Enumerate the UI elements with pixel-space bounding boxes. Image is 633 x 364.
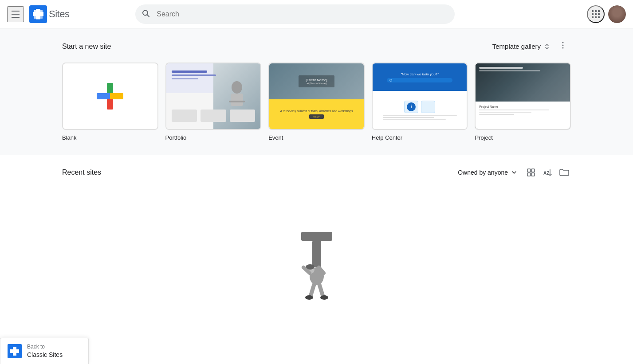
start-section-header: Start a new site Template gallery bbox=[62, 39, 571, 54]
template-card-project[interactable]: Project Name Project bbox=[475, 63, 571, 141]
svg-line-5 bbox=[147, 15, 149, 17]
empty-state bbox=[62, 190, 571, 341]
svg-rect-2 bbox=[38, 10, 43, 13]
classic-sites-icon-shape bbox=[10, 347, 19, 351]
recent-sites-title: Recent sites bbox=[62, 168, 101, 176]
svg-rect-24 bbox=[531, 169, 535, 172]
svg-rect-11 bbox=[598, 13, 600, 15]
svg-rect-12 bbox=[592, 16, 594, 18]
app-logo[interactable]: Sites bbox=[29, 5, 69, 23]
back-to-classic-button[interactable]: Back to Classic Sites bbox=[0, 338, 89, 351]
template-thumb-event: [Event Name] at [Venue Name] A three-day… bbox=[268, 63, 365, 130]
start-section-title: Start a new site bbox=[62, 43, 111, 51]
svg-line-36 bbox=[311, 285, 314, 296]
more-options-button[interactable] bbox=[555, 39, 571, 54]
chevron-updown-icon bbox=[543, 42, 551, 51]
sort-az-button[interactable]: AZ bbox=[541, 166, 554, 179]
template-label-project: Project bbox=[475, 134, 571, 141]
template-thumb-portfolio bbox=[165, 63, 262, 130]
svg-rect-6 bbox=[592, 10, 594, 12]
svg-point-39 bbox=[320, 295, 328, 300]
hamburger-menu-button[interactable] bbox=[7, 6, 24, 22]
grid-view-button[interactable] bbox=[525, 166, 537, 179]
svg-rect-10 bbox=[595, 13, 597, 15]
back-to-classic-line1: Back to bbox=[27, 344, 63, 351]
back-to-classic-text: Back to Classic Sites bbox=[27, 344, 63, 351]
template-label-portfolio: Portfolio bbox=[165, 134, 262, 141]
svg-text:AZ: AZ bbox=[543, 171, 549, 176]
svg-point-38 bbox=[305, 295, 313, 300]
svg-rect-30 bbox=[312, 241, 321, 267]
template-gallery-label: Template gallery bbox=[492, 43, 541, 50]
svg-point-17 bbox=[562, 47, 564, 49]
recent-controls: Owned by anyone bbox=[458, 166, 571, 179]
svg-point-18 bbox=[232, 81, 242, 94]
start-new-site-section: Start a new site Template gallery bbox=[0, 28, 633, 155]
svg-rect-1 bbox=[34, 14, 37, 19]
template-card-event[interactable]: [Event Name] at [Venue Name] A three-day… bbox=[268, 63, 365, 141]
svg-rect-25 bbox=[527, 173, 531, 176]
svg-rect-19 bbox=[231, 94, 243, 106]
template-card-blank[interactable]: Blank bbox=[62, 63, 158, 141]
template-thumb-blank bbox=[62, 63, 158, 130]
classic-sites-icon bbox=[8, 344, 22, 351]
svg-point-15 bbox=[562, 42, 564, 43]
svg-line-22 bbox=[391, 81, 392, 81]
svg-rect-29 bbox=[301, 232, 332, 241]
svg-rect-7 bbox=[595, 10, 597, 12]
dropdown-chevron-icon bbox=[511, 169, 518, 176]
svg-rect-14 bbox=[598, 16, 600, 18]
template-gallery-button[interactable]: Template gallery bbox=[492, 42, 551, 51]
svg-rect-9 bbox=[592, 13, 594, 15]
template-label-blank: Blank bbox=[62, 134, 158, 141]
svg-rect-8 bbox=[598, 10, 600, 12]
owned-filter-dropdown[interactable]: Owned by anyone bbox=[458, 169, 518, 176]
svg-rect-13 bbox=[595, 16, 597, 18]
svg-line-37 bbox=[319, 285, 323, 296]
template-label-help-center: Help Center bbox=[372, 134, 468, 141]
template-label-event: Event bbox=[268, 134, 365, 141]
svg-rect-23 bbox=[527, 169, 531, 172]
app-header: Sites bbox=[0, 0, 633, 28]
avatar[interactable] bbox=[608, 5, 626, 23]
plus-icon bbox=[97, 83, 123, 110]
view-icons: AZ bbox=[525, 166, 571, 179]
template-thumb-help-center: "How can we help you?" i bbox=[372, 63, 468, 130]
template-card-help-center[interactable]: "How can we help you?" i bbox=[372, 63, 468, 141]
sites-logo-icon bbox=[29, 5, 47, 23]
empty-state-illustration bbox=[277, 225, 357, 323]
search-input[interactable] bbox=[135, 4, 455, 24]
template-card-portfolio[interactable]: Portfolio bbox=[165, 63, 262, 141]
templates-row: Blank bbox=[62, 63, 571, 141]
main-content: Start a new site Template gallery bbox=[0, 28, 633, 351]
user-avatar-image bbox=[608, 5, 626, 23]
svg-rect-26 bbox=[531, 173, 535, 176]
recent-sites-section: Recent sites Owned by anyone bbox=[0, 155, 633, 351]
svg-rect-20 bbox=[229, 101, 245, 102]
owned-filter-label: Owned by anyone bbox=[458, 169, 508, 176]
search-icon bbox=[142, 9, 150, 19]
search-bar bbox=[135, 4, 455, 24]
svg-rect-3 bbox=[38, 14, 43, 19]
recent-sites-header: Recent sites Owned by anyone bbox=[62, 166, 571, 179]
template-thumb-project: Project Name bbox=[475, 63, 571, 130]
svg-point-16 bbox=[562, 45, 564, 46]
google-apps-button[interactable] bbox=[587, 5, 605, 23]
folder-view-button[interactable] bbox=[558, 167, 571, 178]
app-name-label: Sites bbox=[49, 8, 69, 20]
back-to-classic-line2: Classic Sites bbox=[27, 351, 63, 351]
